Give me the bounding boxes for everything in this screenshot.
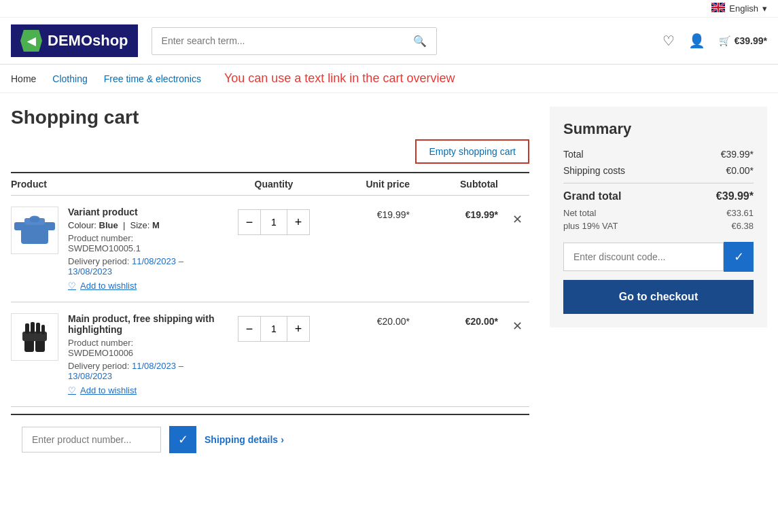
cart-section: Shopping cart Empty shopping cart Produc… [11, 107, 550, 464]
cart-icon: 🛒 [719, 35, 730, 46]
product-number-1: Product number: SWDEMO10005.1 [68, 233, 219, 253]
checkout-button[interactable]: Go to checkout [563, 280, 754, 314]
wishlist-button[interactable]: ♡ [662, 33, 675, 49]
search-button[interactable]: 🔍 [404, 28, 436, 54]
flag-icon [711, 3, 725, 14]
qty-cell-2: − + [219, 313, 328, 342]
shipping-label: Shipping costs [563, 165, 625, 176]
cart-button[interactable]: 🛒 €39.99* [719, 35, 767, 46]
remove-button-1[interactable]: ✕ [512, 212, 523, 227]
language-selector[interactable]: English ▾ [711, 3, 767, 14]
product-name-1: Variant product [68, 207, 219, 217]
product-delivery-1: Delivery period: 11/08/2023 – 13/08/2023 [68, 256, 219, 277]
discount-submit[interactable]: ✓ [724, 242, 754, 272]
total-label: Total [563, 149, 584, 160]
svg-rect-12 [41, 325, 45, 334]
col-action-header [505, 179, 529, 190]
subtotal-1: €19.99* [417, 207, 505, 220]
remove-cell-1: ✕ [505, 207, 529, 227]
search-bar: 🔍 [152, 27, 437, 55]
chevron-right-icon: › [281, 434, 284, 445]
cart-price: €39.99* [735, 35, 767, 46]
cart-table-header: Product Quantity Unit price Subtotal [11, 172, 529, 196]
empty-cart-wrapper: Empty shopping cart [11, 139, 529, 164]
logo-text: DEMOshop [48, 32, 128, 50]
page-content: Shopping cart Empty shopping cart Produc… [0, 93, 778, 478]
product-number-input[interactable] [22, 427, 161, 453]
qty-input-2[interactable] [260, 317, 287, 341]
navigation: Home Clothing Free time & electronics Yo… [0, 65, 778, 93]
nav-home[interactable]: Home [11, 73, 36, 84]
qty-increase-1[interactable]: + [287, 210, 309, 234]
grand-total-value: €39.99* [716, 190, 754, 202]
qty-increase-2[interactable]: + [287, 317, 309, 341]
bottom-bar: ✓ Shipping details › [11, 414, 529, 464]
summary-shipping-row: Shipping costs €0.00* [563, 165, 754, 176]
summary-divider [563, 183, 754, 183]
language-label: English [729, 3, 758, 14]
product-info-2: Main product, free shipping with highlig… [68, 313, 219, 395]
product-variant-1: Colour: Blue | Size: M [68, 220, 219, 230]
net-label: Net total [563, 208, 596, 218]
col-product-header: Product [11, 179, 219, 190]
qty-cell-1: − + [219, 207, 328, 235]
grand-total-label: Grand total [563, 190, 621, 202]
col-qty-header: Quantity [219, 179, 328, 190]
search-input[interactable] [152, 29, 404, 53]
nav-clothing[interactable]: Clothing [52, 73, 87, 84]
unit-price-2: €20.00* [328, 313, 417, 327]
product-number-2: Product number: SWDEMO10006 [68, 338, 219, 358]
total-value: €39.99* [721, 149, 754, 160]
wishlist-link-1[interactable]: ♡ Add to wishlist [68, 281, 219, 291]
header: ◀ DEMOshop 🔍 ♡ 👤 🛒 €39.99* [0, 18, 778, 65]
summary-total-row: Total €39.99* [563, 149, 754, 160]
heart-icon-2: ♡ [68, 385, 76, 395]
subtotal-2: €20.00* [417, 313, 505, 327]
logo[interactable]: ◀ DEMOshop [11, 24, 138, 57]
summary-grand-total-row: Grand total €39.99* [563, 190, 754, 202]
nav-freetime[interactable]: Free time & electronics [104, 73, 201, 84]
logo-icon: ◀ [20, 30, 42, 52]
unit-price-1: €19.99* [328, 207, 417, 220]
summary-vat-row: plus 19% VAT €6.38 [563, 221, 754, 231]
qty-control-2: − + [238, 316, 310, 342]
qty-decrease-2[interactable]: − [238, 317, 260, 341]
summary-section: Summary Total €39.99* Shipping costs €0.… [550, 107, 767, 327]
shipping-details-link[interactable]: Shipping details › [205, 434, 284, 445]
product-number-submit[interactable]: ✓ [169, 426, 196, 453]
heart-icon-1: ♡ [68, 281, 76, 291]
qty-input-1[interactable] [260, 210, 287, 234]
table-row: Variant product Colour: Blue | Size: M P… [11, 196, 529, 302]
product-cell-1: Variant product Colour: Blue | Size: M P… [11, 207, 219, 291]
product-image-1 [11, 207, 58, 254]
summary-title: Summary [563, 120, 754, 138]
account-button[interactable]: 👤 [688, 33, 705, 49]
summary-net-row: Net total €33.61 [563, 208, 754, 218]
svg-rect-11 [36, 323, 40, 334]
svg-point-5 [29, 216, 40, 223]
empty-cart-button[interactable]: Empty shopping cart [415, 139, 529, 164]
product-cell-2: Main product, free shipping with highlig… [11, 313, 219, 395]
nav-promo-text: You can use a text link in the cart over… [224, 71, 455, 86]
col-unit-header: Unit price [328, 179, 417, 190]
top-bar: English ▾ [0, 0, 778, 18]
shipping-label: Shipping details [205, 434, 278, 445]
remove-button-2[interactable]: ✕ [512, 319, 523, 334]
product-image-2 [11, 313, 58, 361]
vat-value: €6.38 [731, 221, 754, 231]
net-value: €33.61 [726, 208, 754, 218]
svg-rect-9 [25, 323, 29, 334]
wishlist-link-2[interactable]: ♡ Add to wishlist [68, 385, 219, 395]
qty-decrease-1[interactable]: − [238, 210, 260, 234]
table-row: Main product, free shipping with highlig… [11, 302, 529, 407]
product-name-2: Main product, free shipping with highlig… [68, 313, 219, 335]
product-info-1: Variant product Colour: Blue | Size: M P… [68, 207, 219, 291]
qty-control-1: − + [238, 209, 310, 235]
col-sub-header: Subtotal [417, 179, 505, 190]
discount-row: ✓ [563, 242, 754, 272]
cart-title: Shopping cart [11, 107, 529, 128]
shipping-value: €0.00* [726, 165, 754, 176]
discount-input[interactable] [563, 243, 724, 271]
remove-cell-2: ✕ [505, 313, 529, 334]
vat-label: plus 19% VAT [563, 221, 618, 231]
